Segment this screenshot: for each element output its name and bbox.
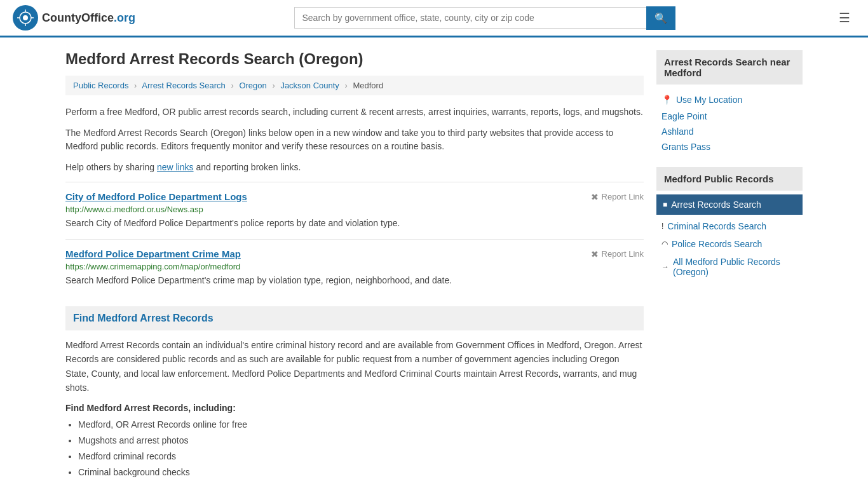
description-p3-post: and reporting broken links. <box>194 162 301 172</box>
record-title-1[interactable]: City of Medford Police Department Logs <box>65 191 247 202</box>
page-title: Medford Arrest Records Search (Oregon) <box>65 50 644 68</box>
breadcrumb-sep-3: › <box>272 81 275 90</box>
arrest-records-icon: ■ <box>663 200 667 209</box>
logo-ext: .org <box>114 11 135 24</box>
breadcrumb: Public Records › Arrest Records Search ›… <box>65 76 644 95</box>
header: CountyOffice.org 🔍 ☰ <box>0 0 868 37</box>
record-desc-2: Search Medford Police Department's crime… <box>65 274 644 287</box>
breadcrumb-arrest-records[interactable]: Arrest Records Search <box>142 81 226 90</box>
breadcrumb-oregon[interactable]: Oregon <box>239 81 266 90</box>
arrest-records-label: Arrest Records Search <box>671 200 761 210</box>
report-link-1[interactable]: ✖ Report Link <box>591 192 644 202</box>
bullet-3: Medford criminal records <box>78 450 644 463</box>
find-section-subheader: Find Medford Arrest Records, including: <box>65 403 644 413</box>
report-label-1: Report Link <box>602 192 644 201</box>
logo-text[interactable]: CountyOffice.org <box>42 11 135 25</box>
breadcrumb-jackson-county[interactable]: Jackson County <box>280 81 339 90</box>
record-url-1[interactable]: http://www.ci.medford.or.us/News.asp <box>65 205 644 214</box>
content-area: Medford Arrest Records Search (Oregon) P… <box>65 50 644 482</box>
all-records-label: All Medford Public Records (Oregon) <box>673 257 797 277</box>
search-icon: 🔍 <box>654 13 667 24</box>
new-links-link[interactable]: new links <box>157 162 194 172</box>
find-section-body: Medford Arrest Records contain an indivi… <box>65 338 644 395</box>
sidebar-nearby-section: Arrest Records Search near Medford 📍 Use… <box>656 50 803 154</box>
search-button[interactable]: 🔍 <box>646 6 675 30</box>
search-input[interactable] <box>294 7 646 29</box>
main-container: Medford Arrest Records Search (Oregon) P… <box>53 37 815 488</box>
sidebar-nearby-title: Arrest Records Search near Medford <box>656 50 803 85</box>
police-records-label: Police Records Search <box>672 239 762 249</box>
breadcrumb-sep-1: › <box>134 81 137 90</box>
sidebar-item-arrest-records[interactable]: ■ Arrest Records Search <box>656 194 803 215</box>
record-card-1: City of Medford Police Department Logs ✖… <box>65 182 644 239</box>
search-area: 🔍 <box>294 6 675 30</box>
bullet-1: Medford, OR Arrest Records online for fr… <box>78 418 644 431</box>
report-icon-1: ✖ <box>591 192 599 202</box>
description-p3: Help others by sharing new links and rep… <box>65 161 644 174</box>
logo-area: CountyOffice.org <box>13 5 135 30</box>
sidebar-nearby-grants-pass[interactable]: Grants Pass <box>656 139 803 154</box>
record-title-2[interactable]: Medford Police Department Crime Map <box>65 248 241 259</box>
sidebar-item-criminal-records[interactable]: ! Criminal Records Search <box>656 217 803 235</box>
description-p1: Perform a free Medford, OR public arrest… <box>65 105 644 119</box>
report-link-2[interactable]: ✖ Report Link <box>591 249 644 259</box>
sidebar-item-all-records[interactable]: → All Medford Public Records (Oregon) <box>656 253 803 281</box>
sidebar-public-records-section: Medford Public Records ■ Arrest Records … <box>656 167 803 281</box>
bullet-2: Mugshots and arrest photos <box>78 434 644 447</box>
sidebar: Arrest Records Search near Medford 📍 Use… <box>656 50 803 482</box>
breadcrumb-medford: Medford <box>353 81 383 90</box>
bullet-4: Criminal background checks <box>78 466 644 479</box>
sidebar-nearby-eagle-point[interactable]: Eagle Point <box>656 109 803 124</box>
record-desc-1: Search City of Medford Police Department… <box>65 217 644 230</box>
breadcrumb-sep-2: › <box>231 81 233 90</box>
location-pin-icon: 📍 <box>661 95 672 105</box>
breadcrumb-sep-4: › <box>345 81 348 90</box>
police-records-icon: ◠ <box>661 240 668 248</box>
svg-point-2 <box>23 15 28 20</box>
report-label-2: Report Link <box>602 249 644 259</box>
hamburger-icon: ☰ <box>839 11 850 25</box>
find-section-bullets: Medford, OR Arrest Records online for fr… <box>65 418 644 479</box>
criminal-records-label: Criminal Records Search <box>667 221 766 231</box>
use-location-label: Use My Location <box>676 95 742 105</box>
logo-name: CountyOffice <box>42 11 114 24</box>
logo-icon <box>13 5 38 30</box>
find-section-header: Find Medford Arrest Records <box>65 306 644 330</box>
record-card-2: Medford Police Department Crime Map ✖ Re… <box>65 239 644 296</box>
criminal-records-icon: ! <box>661 222 663 231</box>
hamburger-menu-button[interactable]: ☰ <box>834 8 855 28</box>
sidebar-public-records-title: Medford Public Records <box>656 167 803 191</box>
record-url-2[interactable]: https://www.crimemapping.com/map/or/medf… <box>65 262 644 271</box>
report-icon-2: ✖ <box>591 249 599 259</box>
all-records-icon: → <box>661 262 669 271</box>
sidebar-item-police-records[interactable]: ◠ Police Records Search <box>656 235 803 253</box>
description-p3-pre: Help others by sharing <box>65 162 157 172</box>
sidebar-use-location[interactable]: 📍 Use My Location <box>656 91 803 109</box>
sidebar-nearby-ashland[interactable]: Ashland <box>656 124 803 139</box>
breadcrumb-public-records[interactable]: Public Records <box>73 81 128 90</box>
description-p2: The Medford Arrest Records Search (Orego… <box>65 126 644 153</box>
